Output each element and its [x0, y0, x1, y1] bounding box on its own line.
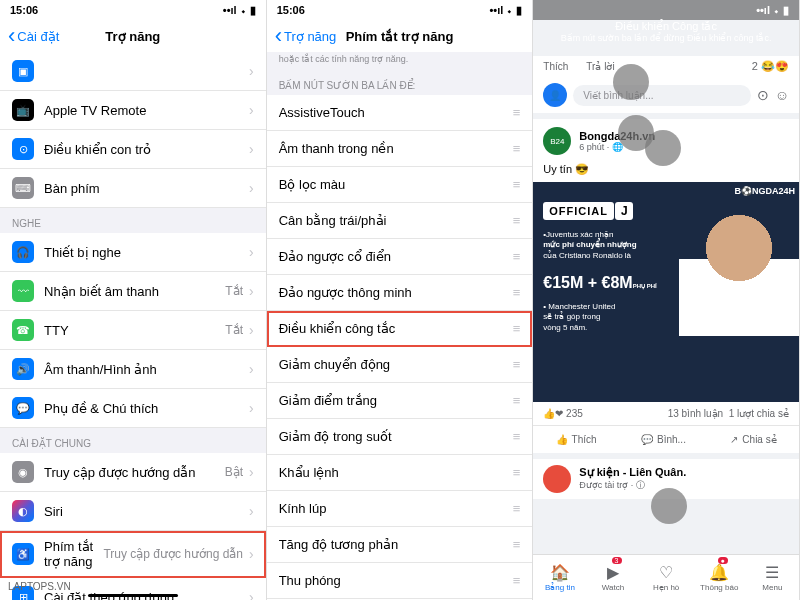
- comment-input[interactable]: Viết bình luận...: [573, 85, 750, 106]
- shortcut-item[interactable]: Thu phóng≡: [267, 563, 533, 599]
- settings-row[interactable]: ⌨Bàn phím›: [0, 169, 266, 208]
- row-label: Âm thanh/Hình ảnh: [44, 362, 249, 377]
- row-icon: ◐: [12, 500, 34, 522]
- settings-row[interactable]: 📺Apple TV Remote›: [0, 91, 266, 130]
- reorder-icon[interactable]: ≡: [513, 537, 521, 552]
- settings-row[interactable]: ☎TTYTắt›: [0, 311, 266, 350]
- comment-actions-bar: Thích Trả lời 2 😂😍: [533, 56, 799, 77]
- row-label: Điều khiển con trỏ: [44, 142, 249, 157]
- shortcut-item[interactable]: Giảm chuyển động≡: [267, 347, 533, 383]
- signal-icon: ••ıl: [489, 4, 503, 16]
- row-status: Tắt: [225, 323, 243, 337]
- tab-label: Bảng tin: [545, 583, 575, 592]
- shortcut-item[interactable]: Tăng độ tương phản≡: [267, 527, 533, 563]
- settings-row[interactable]: ⊙Điều khiển con trỏ›: [0, 130, 266, 169]
- switch-control-overlay: Điều khiển Công tắc Bấm nút sườn ba lần …: [533, 20, 799, 43]
- settings-row[interactable]: ▣›: [0, 52, 266, 91]
- item-label: Đảo ngược thông minh: [279, 285, 513, 300]
- settings-row[interactable]: 🎧Thiết bị nghe›: [0, 233, 266, 272]
- status-bar: 15:06 ••ıl ⬩ ▮: [0, 0, 266, 20]
- shortcut-item[interactable]: Khẩu lệnh≡: [267, 455, 533, 491]
- transfer-fee: €15M + €8MPHỤ PHÍ: [543, 274, 656, 292]
- item-label: Đảo ngược cổ điển: [279, 249, 513, 264]
- reply-action[interactable]: Trả lời: [586, 61, 614, 72]
- comment-button[interactable]: 💬 Bình...: [633, 430, 694, 449]
- reorder-icon[interactable]: ≡: [513, 177, 521, 192]
- reorder-icon[interactable]: ≡: [513, 573, 521, 588]
- chevron-icon: ›: [249, 244, 254, 260]
- row-icon: 〰: [12, 280, 34, 302]
- likes-count[interactable]: 👍❤ 235: [543, 408, 582, 419]
- reorder-icon[interactable]: ≡: [513, 213, 521, 228]
- chevron-icon: ›: [249, 180, 254, 196]
- shortcut-item[interactable]: AssistiveTouch≡: [267, 95, 533, 131]
- reactions-count[interactable]: 2 😂😍: [752, 60, 789, 73]
- reorder-icon[interactable]: ≡: [513, 105, 521, 120]
- sponsor-title: Sự kiện - Liên Quân.: [579, 466, 686, 479]
- reorder-icon[interactable]: ≡: [513, 321, 521, 336]
- like-button[interactable]: 👍 Thích: [548, 430, 605, 449]
- row-icon: 💬: [12, 397, 34, 419]
- shortcut-item[interactable]: Kính lúp≡: [267, 491, 533, 527]
- reorder-icon[interactable]: ≡: [513, 141, 521, 156]
- settings-row[interactable]: ◐Siri›: [0, 492, 266, 531]
- reorder-icon[interactable]: ≡: [513, 357, 521, 372]
- shortcut-item[interactable]: Điều khiển công tắc≡: [267, 311, 533, 347]
- tab-Hẹn hò[interactable]: ♡Hẹn hò: [640, 555, 693, 600]
- shortcut-item[interactable]: Giảm điểm trắng≡: [267, 383, 533, 419]
- tab-label: Menu: [762, 583, 782, 592]
- reorder-icon[interactable]: ≡: [513, 393, 521, 408]
- post-image[interactable]: B⚽NGDA24H OFFICIAL J •Juventus xác nhậnm…: [533, 182, 799, 402]
- tab-Bảng tin[interactable]: 🏠Bảng tin: [533, 555, 586, 600]
- shortcut-item[interactable]: Bộ lọc màu≡: [267, 167, 533, 203]
- watermark: LAPTOPS.VN: [8, 581, 71, 592]
- shortcut-item[interactable]: Cân bằng trái/phải≡: [267, 203, 533, 239]
- row-label: Bàn phím: [44, 181, 249, 196]
- share-button[interactable]: ↗ Chia sẻ: [722, 430, 784, 449]
- row-icon: ⌨: [12, 177, 34, 199]
- settings-row[interactable]: ♿Phím tắt trợ năngTruy cập được hướng dẫ…: [0, 531, 266, 578]
- reorder-icon[interactable]: ≡: [513, 429, 521, 444]
- emoji-icon[interactable]: ☺: [775, 87, 789, 103]
- tab-badge: ●: [718, 557, 728, 564]
- shortcut-item[interactable]: Âm thanh trong nền≡: [267, 131, 533, 167]
- row-icon: ⊙: [12, 138, 34, 160]
- item-label: Kính lúp: [279, 501, 513, 516]
- battery-icon: ▮: [783, 4, 789, 17]
- chevron-icon: ›: [249, 503, 254, 519]
- row-icon: ☎: [12, 319, 34, 341]
- settings-row[interactable]: ◉Truy cập được hướng dẫnBật›: [0, 453, 266, 492]
- reorder-icon[interactable]: ≡: [513, 249, 521, 264]
- reorder-icon[interactable]: ≡: [513, 501, 521, 516]
- chevron-icon: ›: [249, 141, 254, 157]
- comments-count[interactable]: 13 bình luận: [668, 408, 724, 419]
- shortcut-item[interactable]: Đảo ngược cổ điển≡: [267, 239, 533, 275]
- shares-count[interactable]: 1 lượt chia sẻ: [729, 408, 789, 419]
- reorder-icon[interactable]: ≡: [513, 465, 521, 480]
- rows-group-general: ◉Truy cập được hướng dẫnBật›◐Siri›♿Phím …: [0, 453, 266, 600]
- status-time: 15:06: [277, 4, 305, 16]
- reorder-icon[interactable]: ≡: [513, 285, 521, 300]
- item-label: Giảm điểm trắng: [279, 393, 513, 408]
- tab-Thông báo[interactable]: 🔔Thông báo●: [693, 555, 746, 600]
- status-time: 15:06: [10, 4, 38, 16]
- shortcut-list: AssistiveTouch≡Âm thanh trong nền≡Bộ lọc…: [267, 95, 533, 600]
- row-label: Nhận biết âm thanh: [44, 284, 225, 299]
- tab-Watch[interactable]: ▶Watch3: [586, 555, 639, 600]
- row-label: Phụ đề & Chú thích: [44, 401, 249, 416]
- settings-row[interactable]: 🔊Âm thanh/Hình ảnh›: [0, 350, 266, 389]
- back-button[interactable]: Cài đặt: [8, 23, 59, 49]
- settings-row[interactable]: 💬Phụ đề & Chú thích›: [0, 389, 266, 428]
- shortcut-item[interactable]: Giảm độ trong suốt≡: [267, 419, 533, 455]
- page-avatar[interactable]: B24: [543, 127, 571, 155]
- user-avatar[interactable]: 👤: [543, 83, 567, 107]
- chevron-icon: ›: [249, 63, 254, 79]
- home-indicator[interactable]: [88, 594, 178, 597]
- settings-row[interactable]: 〰Nhận biết âm thanhTắt›: [0, 272, 266, 311]
- battery-icon: ▮: [250, 4, 256, 17]
- tab-Menu[interactable]: ☰Menu: [746, 555, 799, 600]
- back-button[interactable]: Trợ năng: [275, 23, 337, 49]
- like-action[interactable]: Thích: [543, 61, 568, 72]
- shortcut-item[interactable]: Đảo ngược thông minh≡: [267, 275, 533, 311]
- camera-icon[interactable]: ⊙: [757, 87, 769, 103]
